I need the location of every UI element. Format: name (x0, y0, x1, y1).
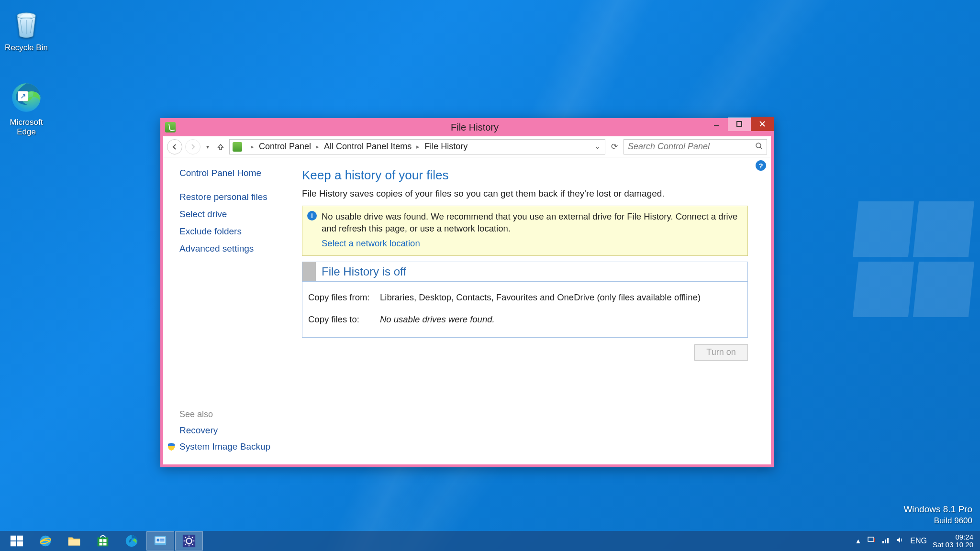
uac-shield-icon (167, 442, 176, 451)
select-network-location-link[interactable]: Select a network location (322, 238, 741, 250)
sidebar-link-select-drive[interactable]: Select drive (179, 209, 293, 220)
window-icon (165, 122, 176, 132)
maximize-button[interactable] (728, 117, 751, 131)
info-text: No usable drive was found. We recommend … (322, 211, 737, 233)
status-panel: File History is off Copy files from: Lib… (302, 262, 748, 338)
turn-on-button: Turn on (694, 344, 748, 361)
see-also-heading: See also (179, 409, 293, 419)
page-heading: Keep a history of your files (302, 168, 748, 183)
sidebar-link-label: System Image Backup (179, 441, 270, 452)
svg-rect-14 (68, 540, 80, 545)
system-tray: ▲ ENG 09:24 Sat 03 10 20 (855, 533, 977, 549)
svg-rect-25 (160, 540, 164, 541)
sidebar-link-system-image-backup[interactable]: System Image Backup (167, 441, 293, 452)
shortcut-overlay-icon: ↗ (18, 91, 28, 101)
watermark-line: Build 9600 (903, 516, 972, 526)
sidebar-link-recovery[interactable]: Recovery (179, 425, 293, 436)
recycle-bin-icon (10, 7, 43, 39)
taskbar-settings[interactable] (175, 531, 203, 551)
window-title: File History (176, 122, 774, 133)
info-icon: i (307, 211, 317, 220)
svg-rect-19 (103, 543, 107, 546)
svg-rect-3 (737, 121, 742, 126)
svg-rect-17 (103, 539, 107, 542)
svg-rect-18 (100, 543, 103, 546)
search-icon (755, 142, 763, 152)
copy-from-value: Libraries, Desktop, Contacts, Favourites… (380, 292, 701, 303)
page-subheading: File History saves copies of your files … (302, 188, 748, 199)
svg-point-6 (756, 143, 761, 148)
control-panel-icon (153, 534, 167, 548)
start-button[interactable] (3, 531, 31, 551)
sidebar-link-restore[interactable]: Restore personal files (179, 192, 293, 202)
titlebar[interactable]: File History (160, 118, 774, 136)
svg-rect-8 (11, 536, 16, 540)
wallpaper-windows-logo (856, 201, 980, 350)
minimize-button[interactable] (705, 117, 728, 131)
close-button[interactable] (751, 117, 774, 131)
taskbar-explorer[interactable] (60, 531, 88, 551)
navigation-bar: ▾ ▸ Control Panel ▸ All Control Panel It… (163, 136, 771, 157)
address-bar[interactable]: ▸ Control Panel ▸ All Control Panel Item… (229, 139, 605, 154)
copy-to-value: No usable drives were found. (380, 314, 495, 325)
control-panel-icon (233, 142, 242, 152)
clock-date: Sat 03 10 20 (933, 541, 973, 549)
sidebar-link-exclude[interactable]: Exclude folders (179, 226, 293, 237)
refresh-button[interactable]: ⟳ (608, 142, 621, 152)
svg-rect-24 (160, 539, 164, 540)
forward-button[interactable] (185, 139, 200, 154)
taskbar-edge[interactable] (118, 531, 145, 551)
svg-rect-36 (874, 538, 875, 542)
svg-rect-15 (98, 538, 109, 547)
main-content: Keep a history of your files File Histor… (302, 157, 771, 464)
svg-rect-37 (882, 541, 884, 543)
breadcrumb-item[interactable]: File History (424, 142, 468, 152)
desktop-icon-recycle-bin[interactable]: Recycle Bin (0, 6, 53, 53)
taskbar-store[interactable] (89, 531, 117, 551)
breadcrumb-separator-icon: ▸ (316, 143, 319, 150)
edge-icon (124, 534, 139, 548)
breadcrumb-item[interactable]: All Control Panel Items (324, 142, 412, 152)
recent-locations-dropdown[interactable]: ▾ (203, 143, 212, 150)
language-indicator[interactable]: ENG (910, 537, 927, 545)
control-panel-home-link[interactable]: Control Panel Home (179, 168, 293, 178)
tray-overflow-icon[interactable]: ▲ (855, 537, 861, 545)
clock[interactable]: 09:24 Sat 03 10 20 (933, 533, 973, 549)
svg-rect-11 (17, 541, 23, 546)
desktop-watermark: Windows 8.1 Pro Build 9600 (903, 504, 972, 526)
network-icon[interactable] (881, 536, 890, 546)
file-explorer-icon (67, 534, 81, 548)
sidebar-link-label: Recovery (179, 425, 218, 436)
copy-from-label: Copy files from: (308, 292, 380, 303)
gear-icon (182, 534, 196, 548)
search-input[interactable] (628, 142, 755, 152)
taskbar-control-panel[interactable] (146, 531, 174, 551)
desktop-icon-label: Recycle Bin (0, 43, 53, 53)
svg-point-23 (157, 539, 160, 541)
action-center-icon[interactable] (867, 536, 876, 546)
taskbar[interactable]: ▲ ENG 09:24 Sat 03 10 20 (0, 531, 980, 551)
status-title: File History is off (316, 262, 412, 281)
help-icon[interactable]: ? (756, 160, 766, 171)
store-icon (96, 534, 110, 548)
sidebar-link-advanced[interactable]: Advanced settings (179, 243, 293, 254)
taskbar-ie[interactable] (32, 531, 59, 551)
info-banner: i No usable drive was found. We recommen… (302, 206, 748, 256)
address-dropdown-icon[interactable]: ⌄ (593, 143, 602, 150)
desktop-icon-edge[interactable]: ↗ Microsoft Edge (0, 80, 53, 137)
svg-rect-16 (100, 539, 103, 542)
breadcrumb-separator-icon: ▸ (251, 143, 254, 150)
breadcrumb-item[interactable]: Control Panel (259, 142, 311, 152)
volume-icon[interactable] (896, 536, 904, 546)
back-button[interactable] (167, 139, 182, 154)
up-button[interactable] (215, 139, 226, 154)
sidebar: Control Panel Home Restore personal file… (163, 157, 302, 464)
desktop-icon-label: Microsoft Edge (0, 118, 53, 137)
file-history-window: File History ▾ (160, 118, 774, 467)
clock-time: 09:24 (933, 533, 973, 541)
status-indicator-icon (302, 262, 316, 281)
search-box[interactable] (624, 139, 767, 154)
windows-logo-icon (10, 534, 24, 548)
watermark-line: Windows 8.1 Pro (903, 504, 972, 516)
breadcrumb-separator-icon: ▸ (416, 143, 420, 150)
